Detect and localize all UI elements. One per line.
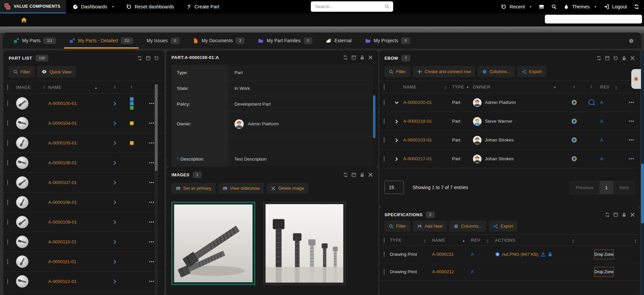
lock-icon[interactable] (622, 212, 627, 217)
part-thumbnail[interactable] (16, 157, 28, 169)
window-icon[interactable] (146, 56, 151, 61)
table-row[interactable]: A-0000103-01 Part Johan Strokes A (380, 131, 640, 150)
table-row[interactable]: A-0000112-01 (4, 272, 164, 291)
menu-themes[interactable]: Themes ▼ (564, 4, 596, 9)
row-menu-button[interactable] (149, 280, 155, 283)
chevron-right-icon[interactable] (113, 219, 117, 224)
chevron-right-icon[interactable] (113, 120, 117, 125)
tab-my-parts-detailed[interactable]: My Parts - Detailed 111 (63, 33, 140, 49)
revision-link[interactable]: A (600, 119, 603, 124)
part-thumbnail[interactable] (16, 196, 28, 209)
quick-view-button[interactable]: Quick View (37, 66, 76, 77)
chevron-right-icon[interactable] (395, 156, 399, 161)
tab-my-documents[interactable]: My Documents 3 (186, 33, 251, 49)
row-menu-button[interactable] (149, 161, 155, 165)
row-menu-button[interactable] (149, 181, 155, 184)
sort-icon[interactable] (423, 239, 426, 243)
close-icon[interactable] (368, 55, 373, 60)
row-checkbox[interactable] (7, 219, 8, 225)
revision-link[interactable]: A (600, 137, 603, 142)
window-icon[interactable] (351, 55, 356, 60)
row-checkbox[interactable] (7, 259, 8, 264)
row-menu-button[interactable] (149, 121, 155, 125)
column-header[interactable]: NAME (432, 238, 462, 243)
sort-icon[interactable] (130, 85, 133, 90)
revision-link[interactable]: A (600, 100, 603, 105)
table-row[interactable]: A-0000109-01 (4, 212, 164, 232)
table-row[interactable]: A-0000105-01 (4, 133, 164, 153)
sort-icon[interactable] (615, 86, 618, 90)
table-row[interactable]: A-0000217-01 Part Johan Strokes A (380, 150, 640, 168)
table-row[interactable]: A-0000100-01 (4, 94, 164, 113)
home-icon[interactable] (21, 17, 27, 23)
sync-button[interactable] (634, 4, 639, 9)
image-thumbnail-selected[interactable] (171, 202, 255, 285)
chevron-right-icon[interactable] (113, 279, 117, 284)
close-icon[interactable] (630, 212, 635, 217)
row-checkbox[interactable] (384, 269, 384, 275)
part-thumbnail[interactable] (16, 216, 28, 228)
chevron-right-icon[interactable] (395, 119, 399, 124)
part-name-link[interactable]: A-0000217-01 (403, 156, 432, 161)
column-header[interactable]: NAME (48, 85, 94, 90)
row-checkbox[interactable] (7, 180, 8, 185)
column-header[interactable]: NAME (403, 84, 444, 90)
search-input[interactable] (314, 4, 384, 9)
table-row[interactable]: A-0000100-01 Part Admin Platform A (380, 93, 640, 112)
columns-button[interactable]: Columns... (478, 66, 515, 77)
undo-icon[interactable] (613, 56, 618, 61)
column-header[interactable]: OWNER (473, 84, 553, 90)
lock-icon[interactable] (622, 56, 627, 61)
view-slideshow-button[interactable]: View slideshow (218, 183, 264, 194)
column-header[interactable]: TYPE (390, 238, 423, 243)
refresh-icon[interactable] (605, 212, 610, 217)
part-name-link[interactable]: A-0000106-01 (48, 160, 77, 165)
image-thumbnail[interactable] (263, 202, 346, 285)
window-icon[interactable] (613, 212, 618, 217)
part-thumbnail[interactable] (16, 236, 28, 248)
table-row[interactable]: A-0000110-01 (4, 232, 164, 252)
lock-icon[interactable] (360, 172, 365, 177)
comments-icon[interactable] (588, 99, 595, 106)
revision-link[interactable]: A (471, 252, 474, 257)
chevron-right-icon[interactable] (395, 137, 399, 142)
chevron-down-icon[interactable] (395, 100, 399, 105)
chevron-right-icon[interactable] (113, 199, 117, 204)
sort-icon[interactable] (114, 85, 116, 90)
close-icon[interactable] (368, 172, 373, 177)
attach-file-icon[interactable] (495, 252, 500, 257)
row-menu-button[interactable] (149, 240, 155, 244)
tab-my-part-familes[interactable]: My Part Familes 0 (251, 33, 319, 49)
refresh-icon[interactable] (343, 55, 348, 60)
column-header[interactable]: TYPE (452, 84, 464, 90)
row-menu-button[interactable] (149, 260, 155, 263)
revision-link[interactable]: A (600, 156, 603, 161)
lock-icon[interactable] (360, 55, 365, 60)
create-connect-row-button[interactable]: Create and connect row (413, 66, 475, 77)
row-menu-button[interactable] (149, 102, 155, 105)
row-menu-button[interactable] (149, 220, 155, 224)
lock-icon[interactable] (548, 252, 553, 257)
part-name-link[interactable]: A-0000111-01 (48, 259, 76, 264)
current-page-button[interactable]: 1 (599, 181, 614, 194)
table-row[interactable]: A-0000104-01 (4, 113, 164, 133)
part-thumbnail[interactable] (16, 137, 28, 149)
part-name-link[interactable]: A-0000100-01 (48, 101, 77, 106)
set-as-primary-button[interactable]: Set as primary (171, 183, 216, 194)
tab-my-projects[interactable]: My Projects 0 (358, 33, 417, 49)
column-header[interactable]: IMAGE (16, 85, 31, 90)
filter-button[interactable]: Filter (9, 66, 34, 77)
part-name-link[interactable]: A-0000103-01 (403, 137, 432, 142)
sort-icon[interactable] (573, 85, 575, 89)
spec-name-link[interactable]: A-0000211 (432, 252, 454, 257)
drop-zone[interactable]: Drop Zone (594, 267, 614, 277)
row-checkbox[interactable] (384, 251, 384, 257)
file-link[interactable]: nut.PNG (647 KB) (502, 252, 539, 257)
horizontal-scrollbar[interactable] (545, 15, 642, 23)
eye-indicator-icon[interactable] (572, 137, 577, 142)
filter-caret-icon[interactable]: ▼ (553, 86, 556, 89)
tab-external[interactable]: External (319, 33, 358, 49)
spec-name-link[interactable]: A-0000212 (432, 269, 454, 274)
select-all-checkbox[interactable] (384, 237, 384, 243)
refresh-icon[interactable] (137, 56, 142, 61)
